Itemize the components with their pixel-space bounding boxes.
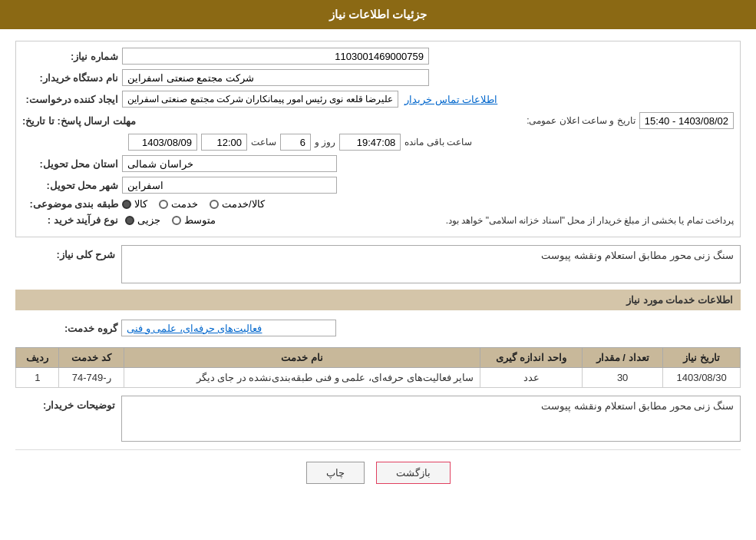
deadline-row: 1403/08/02 - 15:40 تاریخ و ساعت اعلان عم… bbox=[22, 112, 734, 129]
city-row: اسفراین شهر محل تحویل: bbox=[22, 177, 734, 194]
partial-radio[interactable] bbox=[125, 216, 134, 225]
form-section: 1103001469000759 شماره نیاز: شرکت مجتمع … bbox=[15, 41, 741, 237]
category-row: کالا/خدمت خدمت کالا طبقه بندی موضوعی: bbox=[22, 198, 734, 210]
col-code: کد خدمت bbox=[59, 348, 124, 368]
page-wrapper: جزئیات اطلاعات نیاز 1103001469000759 شما… bbox=[0, 0, 756, 540]
service-group-label: گروه خدمت: bbox=[21, 323, 121, 334]
creator-value: علیرضا قلعه نوی رئیس امور پیمانکاران شرک… bbox=[122, 91, 398, 108]
col-service-name: نام خدمت bbox=[124, 348, 480, 368]
province-label: استان محل تحویل: bbox=[22, 158, 122, 170]
need-desc-box: سنگ زنی محور مطابق استعلام ونقشه پیوست bbox=[121, 245, 741, 283]
need-desc-section: سنگ زنی محور مطابق استعلام ونقشه پیوست ش… bbox=[15, 245, 741, 283]
khidmat-label: خدمت bbox=[171, 198, 198, 210]
page-header: جزئیات اطلاعات نیاز bbox=[0, 0, 756, 29]
cell-quantity: 30 bbox=[582, 368, 662, 388]
buyer-name-value: شرکت مجتمع صنعتی اسفراین bbox=[122, 69, 429, 86]
creator-label: ایجاد کننده درخواست: bbox=[22, 94, 122, 105]
table-row: 1403/08/30 30 عدد سایر فعالیت‌های حرفه‌ا… bbox=[16, 368, 741, 388]
purchase-note: پرداخت تمام یا بخشی از مبلغ خریدار از مح… bbox=[446, 215, 734, 226]
buyer-desc-box: سنگ زنی محور مطابق استعلام ونقشه پیوست bbox=[121, 396, 741, 442]
time-label: ساعت bbox=[251, 137, 276, 147]
cell-unit: عدد bbox=[480, 368, 583, 388]
category-kala-khidmat: کالا/خدمت bbox=[210, 198, 265, 210]
province-value: خراسان شمالی bbox=[122, 155, 337, 172]
medium-label: متوسط bbox=[184, 214, 216, 226]
purchase-radio-group: متوسط جزیی bbox=[125, 214, 216, 226]
public-announce-value: 1403/08/02 - 15:40 bbox=[639, 112, 734, 129]
services-table: تاریخ نیاز تعداد / مقدار واحد اندازه گیر… bbox=[15, 347, 741, 388]
response-deadline-label: مهلت ارسال پاسخ: تا تاریخ: bbox=[22, 115, 140, 127]
category-khidmat: خدمت bbox=[159, 198, 198, 210]
cell-row-num: 1 bbox=[16, 368, 59, 388]
col-row: ردیف bbox=[16, 348, 59, 368]
services-title: اطلاعات خدمات مورد نیاز bbox=[15, 290, 741, 310]
category-radio-group: کالا/خدمت خدمت کالا bbox=[122, 198, 265, 210]
category-label: طبقه بندی موضوعی: bbox=[22, 198, 122, 210]
partial-label: جزیی bbox=[137, 214, 160, 226]
kala-radio[interactable] bbox=[122, 200, 131, 209]
actions-bar: بازگشت چاپ bbox=[15, 449, 741, 495]
city-value: اسفراین bbox=[122, 177, 337, 194]
buyer-desc-label: توضیحات خریدار: bbox=[15, 396, 115, 411]
service-group-row: فعالیت‌های حرفه‌ای، علمی و فنی گروه خدمت… bbox=[15, 315, 741, 341]
kala-khidmat-radio[interactable] bbox=[210, 200, 219, 209]
service-group-link[interactable]: فعالیت‌های حرفه‌ای، علمی و فنی bbox=[127, 323, 262, 334]
cell-code: ر-749-74 bbox=[59, 368, 124, 388]
day-value: 6 bbox=[280, 134, 311, 151]
need-desc-value: سنگ زنی محور مطابق استعلام ونقشه پیوست bbox=[541, 250, 734, 261]
services-section: اطلاعات خدمات مورد نیاز فعالیت‌های حرفه‌… bbox=[15, 290, 741, 388]
need-number-value: 1103001469000759 bbox=[122, 48, 429, 65]
creator-contact-link[interactable]: اطلاعات تماس خریدار bbox=[404, 94, 497, 105]
print-button[interactable]: چاپ bbox=[306, 462, 365, 484]
public-announce-label: تاریخ و ساعت اعلان عمومی: bbox=[527, 115, 636, 126]
buyer-desc-section: سنگ زنی محور مطابق استعلام ونقشه پیوست ت… bbox=[15, 396, 741, 442]
need-desc-label: شرح کلی نیاز: bbox=[15, 245, 115, 260]
remaining-value: 19:47:08 bbox=[339, 134, 401, 151]
city-label: شهر محل تحویل: bbox=[22, 180, 122, 191]
service-group-value: فعالیت‌های حرفه‌ای، علمی و فنی bbox=[121, 320, 336, 336]
need-number-row: 1103001469000759 شماره نیاز: bbox=[22, 48, 734, 65]
buyer-name-row: شرکت مجتمع صنعتی اسفراین نام دستگاه خرید… bbox=[22, 69, 734, 86]
datetime-row: ساعت باقی مانده 19:47:08 روز و 6 ساعت 12… bbox=[22, 134, 734, 151]
main-content: 1103001469000759 شماره نیاز: شرکت مجتمع … bbox=[0, 29, 756, 507]
back-button[interactable]: بازگشت bbox=[376, 462, 451, 484]
purchase-type-label: نوع فرآیند خرید : bbox=[22, 214, 122, 226]
cell-date: 1403/08/30 bbox=[663, 368, 741, 388]
category-kala: کالا bbox=[122, 198, 147, 210]
need-number-label: شماره نیاز: bbox=[22, 51, 122, 62]
table-body: 1403/08/30 30 عدد سایر فعالیت‌های حرفه‌ا… bbox=[16, 368, 741, 388]
page-title: جزئیات اطلاعات نیاز bbox=[329, 8, 427, 21]
medium-radio[interactable] bbox=[172, 216, 181, 225]
province-row: خراسان شمالی استان محل تحویل: bbox=[22, 155, 734, 172]
creator-row: اطلاعات تماس خریدار علیرضا قلعه نوی رئیس… bbox=[22, 91, 734, 108]
cell-service-name: سایر فعالیت‌های حرفه‌ای، علمی و فنی طبقه… bbox=[124, 368, 480, 388]
buyer-name-label: نام دستگاه خریدار: bbox=[22, 72, 122, 84]
time-value: 12:00 bbox=[201, 134, 247, 151]
col-unit: واحد اندازه گیری bbox=[480, 348, 583, 368]
kala-khidmat-label: کالا/خدمت bbox=[222, 198, 265, 210]
table-header: تاریخ نیاز تعداد / مقدار واحد اندازه گیر… bbox=[16, 348, 741, 368]
remaining-label: ساعت باقی مانده bbox=[404, 137, 472, 147]
buyer-desc-value: سنگ زنی محور مطابق استعلام ونقشه پیوست bbox=[541, 400, 734, 412]
col-date: تاریخ نیاز bbox=[663, 348, 741, 368]
khidmat-radio[interactable] bbox=[159, 200, 168, 209]
table-header-row: تاریخ نیاز تعداد / مقدار واحد اندازه گیر… bbox=[16, 348, 741, 368]
date-value: 1403/08/09 bbox=[128, 134, 197, 151]
kala-label: کالا bbox=[134, 198, 147, 210]
purchase-type-row: پرداخت تمام یا بخشی از مبلغ خریدار از مح… bbox=[22, 214, 734, 226]
purchase-partial: جزیی bbox=[125, 214, 160, 226]
day-label: روز و bbox=[315, 137, 335, 147]
purchase-medium: متوسط bbox=[172, 214, 216, 226]
col-quantity: تعداد / مقدار bbox=[582, 348, 662, 368]
